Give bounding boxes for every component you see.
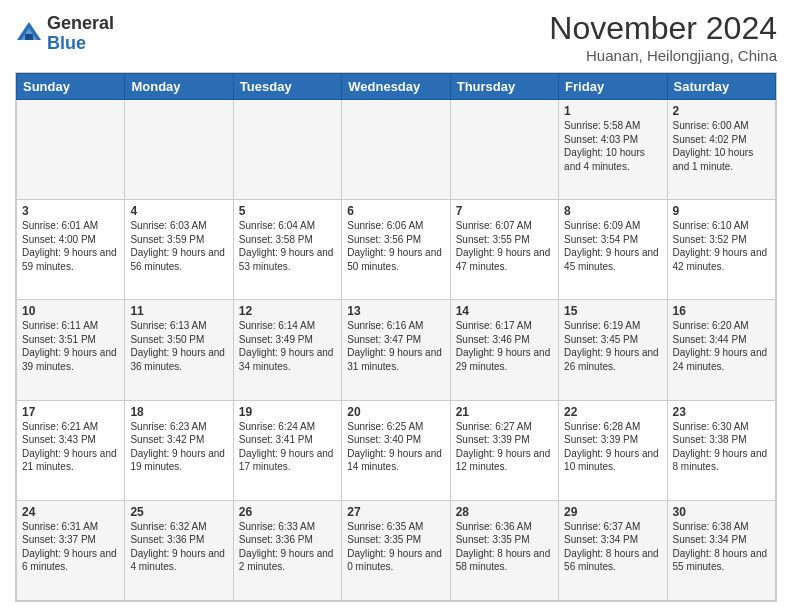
day-number: 24 [22, 505, 119, 519]
day-number: 14 [456, 304, 553, 318]
cell-0-4 [450, 100, 558, 200]
day-number: 23 [673, 405, 770, 419]
header: General Blue November 2024 Huanan, Heilo… [15, 10, 777, 64]
day-info: Sunrise: 6:38 AM Sunset: 3:34 PM Dayligh… [673, 520, 770, 574]
day-number: 6 [347, 204, 444, 218]
day-info: Sunrise: 6:04 AM Sunset: 3:58 PM Dayligh… [239, 219, 336, 273]
cell-2-5: 15Sunrise: 6:19 AM Sunset: 3:45 PM Dayli… [559, 300, 667, 400]
cell-2-3: 13Sunrise: 6:16 AM Sunset: 3:47 PM Dayli… [342, 300, 450, 400]
week-row-3: 17Sunrise: 6:21 AM Sunset: 3:43 PM Dayli… [17, 400, 776, 500]
cell-0-0 [17, 100, 125, 200]
day-number: 16 [673, 304, 770, 318]
day-info: Sunrise: 6:32 AM Sunset: 3:36 PM Dayligh… [130, 520, 227, 574]
cell-4-0: 24Sunrise: 6:31 AM Sunset: 3:37 PM Dayli… [17, 500, 125, 600]
cell-3-4: 21Sunrise: 6:27 AM Sunset: 3:39 PM Dayli… [450, 400, 558, 500]
col-wednesday: Wednesday [342, 74, 450, 100]
day-number: 22 [564, 405, 661, 419]
title-area: November 2024 Huanan, Heilongjiang, Chin… [549, 10, 777, 64]
day-number: 27 [347, 505, 444, 519]
calendar-header: Sunday Monday Tuesday Wednesday Thursday… [17, 74, 776, 100]
day-info: Sunrise: 6:21 AM Sunset: 3:43 PM Dayligh… [22, 420, 119, 474]
day-info: Sunrise: 6:13 AM Sunset: 3:50 PM Dayligh… [130, 319, 227, 373]
day-info: Sunrise: 6:24 AM Sunset: 3:41 PM Dayligh… [239, 420, 336, 474]
day-number: 19 [239, 405, 336, 419]
day-info: Sunrise: 6:35 AM Sunset: 3:35 PM Dayligh… [347, 520, 444, 574]
cell-3-2: 19Sunrise: 6:24 AM Sunset: 3:41 PM Dayli… [233, 400, 341, 500]
day-info: Sunrise: 6:37 AM Sunset: 3:34 PM Dayligh… [564, 520, 661, 574]
col-friday: Friday [559, 74, 667, 100]
day-number: 13 [347, 304, 444, 318]
day-number: 12 [239, 304, 336, 318]
location: Huanan, Heilongjiang, China [549, 47, 777, 64]
day-info: Sunrise: 6:11 AM Sunset: 3:51 PM Dayligh… [22, 319, 119, 373]
cell-3-0: 17Sunrise: 6:21 AM Sunset: 3:43 PM Dayli… [17, 400, 125, 500]
cell-1-1: 4Sunrise: 6:03 AM Sunset: 3:59 PM Daylig… [125, 200, 233, 300]
logo-general: General [47, 14, 114, 34]
day-info: Sunrise: 6:36 AM Sunset: 3:35 PM Dayligh… [456, 520, 553, 574]
cell-1-4: 7Sunrise: 6:07 AM Sunset: 3:55 PM Daylig… [450, 200, 558, 300]
day-number: 3 [22, 204, 119, 218]
day-info: Sunrise: 6:14 AM Sunset: 3:49 PM Dayligh… [239, 319, 336, 373]
cell-4-4: 28Sunrise: 6:36 AM Sunset: 3:35 PM Dayli… [450, 500, 558, 600]
col-sunday: Sunday [17, 74, 125, 100]
day-number: 5 [239, 204, 336, 218]
calendar: Sunday Monday Tuesday Wednesday Thursday… [15, 72, 777, 602]
cell-0-3 [342, 100, 450, 200]
cell-0-1 [125, 100, 233, 200]
day-info: Sunrise: 5:58 AM Sunset: 4:03 PM Dayligh… [564, 119, 661, 173]
day-number: 15 [564, 304, 661, 318]
day-info: Sunrise: 6:23 AM Sunset: 3:42 PM Dayligh… [130, 420, 227, 474]
logo-text: General Blue [47, 14, 114, 54]
cell-4-1: 25Sunrise: 6:32 AM Sunset: 3:36 PM Dayli… [125, 500, 233, 600]
col-tuesday: Tuesday [233, 74, 341, 100]
logo-blue: Blue [47, 34, 114, 54]
day-number: 2 [673, 104, 770, 118]
day-info: Sunrise: 6:19 AM Sunset: 3:45 PM Dayligh… [564, 319, 661, 373]
day-info: Sunrise: 6:00 AM Sunset: 4:02 PM Dayligh… [673, 119, 770, 173]
day-number: 7 [456, 204, 553, 218]
cell-4-5: 29Sunrise: 6:37 AM Sunset: 3:34 PM Dayli… [559, 500, 667, 600]
day-info: Sunrise: 6:33 AM Sunset: 3:36 PM Dayligh… [239, 520, 336, 574]
day-info: Sunrise: 6:16 AM Sunset: 3:47 PM Dayligh… [347, 319, 444, 373]
week-row-0: 1Sunrise: 5:58 AM Sunset: 4:03 PM Daylig… [17, 100, 776, 200]
month-title: November 2024 [549, 10, 777, 47]
day-number: 17 [22, 405, 119, 419]
day-number: 26 [239, 505, 336, 519]
svg-rect-2 [25, 34, 33, 40]
day-info: Sunrise: 6:09 AM Sunset: 3:54 PM Dayligh… [564, 219, 661, 273]
cell-1-0: 3Sunrise: 6:01 AM Sunset: 4:00 PM Daylig… [17, 200, 125, 300]
day-number: 29 [564, 505, 661, 519]
day-number: 1 [564, 104, 661, 118]
cell-1-2: 5Sunrise: 6:04 AM Sunset: 3:58 PM Daylig… [233, 200, 341, 300]
cell-1-5: 8Sunrise: 6:09 AM Sunset: 3:54 PM Daylig… [559, 200, 667, 300]
cell-2-6: 16Sunrise: 6:20 AM Sunset: 3:44 PM Dayli… [667, 300, 775, 400]
cell-2-1: 11Sunrise: 6:13 AM Sunset: 3:50 PM Dayli… [125, 300, 233, 400]
cell-0-6: 2Sunrise: 6:00 AM Sunset: 4:02 PM Daylig… [667, 100, 775, 200]
week-row-2: 10Sunrise: 6:11 AM Sunset: 3:51 PM Dayli… [17, 300, 776, 400]
cell-3-6: 23Sunrise: 6:30 AM Sunset: 3:38 PM Dayli… [667, 400, 775, 500]
week-row-1: 3Sunrise: 6:01 AM Sunset: 4:00 PM Daylig… [17, 200, 776, 300]
cell-1-3: 6Sunrise: 6:06 AM Sunset: 3:56 PM Daylig… [342, 200, 450, 300]
day-number: 9 [673, 204, 770, 218]
day-info: Sunrise: 6:28 AM Sunset: 3:39 PM Dayligh… [564, 420, 661, 474]
day-number: 11 [130, 304, 227, 318]
cell-0-5: 1Sunrise: 5:58 AM Sunset: 4:03 PM Daylig… [559, 100, 667, 200]
cell-1-6: 9Sunrise: 6:10 AM Sunset: 3:52 PM Daylig… [667, 200, 775, 300]
cell-3-5: 22Sunrise: 6:28 AM Sunset: 3:39 PM Dayli… [559, 400, 667, 500]
day-info: Sunrise: 6:20 AM Sunset: 3:44 PM Dayligh… [673, 319, 770, 373]
cell-2-4: 14Sunrise: 6:17 AM Sunset: 3:46 PM Dayli… [450, 300, 558, 400]
day-number: 28 [456, 505, 553, 519]
day-info: Sunrise: 6:17 AM Sunset: 3:46 PM Dayligh… [456, 319, 553, 373]
day-number: 8 [564, 204, 661, 218]
day-info: Sunrise: 6:30 AM Sunset: 3:38 PM Dayligh… [673, 420, 770, 474]
day-info: Sunrise: 6:31 AM Sunset: 3:37 PM Dayligh… [22, 520, 119, 574]
day-number: 10 [22, 304, 119, 318]
day-number: 18 [130, 405, 227, 419]
logo-icon [15, 20, 43, 48]
cell-4-2: 26Sunrise: 6:33 AM Sunset: 3:36 PM Dayli… [233, 500, 341, 600]
day-number: 20 [347, 405, 444, 419]
col-thursday: Thursday [450, 74, 558, 100]
page: General Blue November 2024 Huanan, Heilo… [0, 0, 792, 612]
day-number: 4 [130, 204, 227, 218]
cell-2-0: 10Sunrise: 6:11 AM Sunset: 3:51 PM Dayli… [17, 300, 125, 400]
